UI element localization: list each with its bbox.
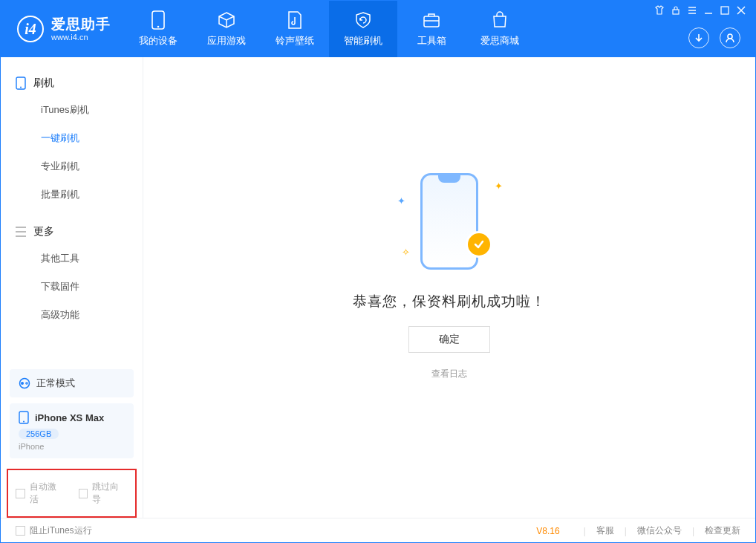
shopping-bag-icon [490,10,509,30]
checkbox-icon [16,489,25,498]
footer-link-wechat[interactable]: 微信公众号 [637,524,682,537]
shirt-icon[interactable] [654,5,665,16]
nav-label: 爱思商城 [480,34,519,48]
nav-my-device[interactable]: 我的设备 [124,1,192,57]
nav-label: 应用游戏 [207,34,246,48]
menu-icon[interactable] [687,5,697,16]
phone-icon [16,77,26,90]
music-file-icon [285,10,304,30]
sparkle-icon: ✧ [402,247,410,258]
refresh-shield-icon [353,10,373,30]
sidebar-item-pro-flash[interactable]: 专业刷机 [1,152,143,181]
menu-lines-icon [16,227,26,237]
sparkle-icon: ✦ [495,181,503,192]
nav-label: 铃声壁纸 [276,34,314,48]
check-badge-icon [466,231,492,258]
sparkle-icon: ✦ [397,195,405,207]
nav-ringtones[interactable]: 铃声壁纸 [261,1,329,57]
checkbox-label: 自动激活 [30,481,65,506]
device-storage: 256GB [19,429,59,439]
phone-illustration-icon [420,173,478,270]
highlighted-options: 自动激活 跳过向导 [7,469,137,518]
app-name: 爱思助手 [51,16,111,33]
version-label: V8.16 [536,526,559,536]
briefcase-icon [422,10,441,30]
window-controls [654,5,746,16]
sidebar-item-other-tools[interactable]: 其他工具 [1,244,143,273]
svg-point-1 [157,26,160,28]
device-type: iPhone [19,442,125,451]
sidebar-item-download-firmware[interactable]: 下载固件 [1,273,143,301]
footer-link-support[interactable]: 客服 [596,524,614,537]
svg-point-9 [21,382,24,385]
sidebar-item-itunes-flash[interactable]: iTunes刷机 [1,96,143,124]
nav-toolbox[interactable]: 工具箱 [397,1,466,57]
close-icon[interactable] [736,5,746,16]
logo: i4 爱思助手 www.i4.cn [1,1,124,57]
success-illustration: ✦ ✦ ✧ [375,166,524,277]
phone-icon [19,411,29,424]
footer-link-update[interactable]: 检查更新 [705,524,740,537]
nav-label: 我的设备 [139,34,177,48]
sidebar-item-advanced[interactable]: 高级功能 [1,301,143,329]
success-message: 恭喜您，保资料刷机成功啦！ [353,292,546,311]
nav-label: 工具箱 [417,34,446,48]
checkbox-icon [79,489,88,498]
checkbox-skip-guide[interactable]: 跳过向导 [79,481,128,506]
status-bar: 阻止iTunes运行 V8.16 | 客服 | 微信公众号 | 检查更新 [1,518,755,543]
cube-icon [217,10,236,30]
view-log-link[interactable]: 查看日志 [431,368,467,380]
svg-rect-3 [673,10,679,14]
device-mode-card[interactable]: 正常模式 [10,369,134,397]
checkbox-icon [16,526,25,536]
sidebar: 刷机 iTunes刷机 一键刷机 专业刷机 批量刷机 更多 其他工具 下载固件 … [1,57,143,518]
mode-icon [19,377,30,389]
nav-smart-flash[interactable]: 智能刷机 [329,1,397,57]
checkbox-auto-activate[interactable]: 自动激活 [16,481,65,506]
checkbox-block-itunes[interactable]: 阻止iTunes运行 [16,524,92,537]
nav-label: 智能刷机 [344,34,382,48]
checkbox-label: 跳过向导 [92,481,128,506]
app-domain: www.i4.cn [51,33,111,42]
svg-point-10 [26,383,27,384]
ok-button[interactable]: 确定 [408,326,490,353]
svg-rect-4 [721,7,729,14]
lock-icon[interactable] [671,5,681,16]
device-info-card[interactable]: iPhone XS Max 256GB iPhone [10,403,134,458]
top-nav: 我的设备 应用游戏 铃声壁纸 智能刷机 工具箱 爱思商城 [124,1,534,57]
user-button[interactable] [720,27,740,48]
nav-apps-games[interactable]: 应用游戏 [192,1,261,57]
mode-label: 正常模式 [36,377,75,390]
main-content: ✦ ✦ ✧ 恭喜您，保资料刷机成功啦！ 确定 查看日志 [143,57,755,518]
checkbox-label: 阻止iTunes运行 [30,524,92,537]
svg-point-7 [20,87,22,88]
device-name: iPhone XS Max [35,412,104,423]
logo-icon: i4 [17,16,44,42]
sidebar-item-batch-flash[interactable]: 批量刷机 [1,181,143,209]
download-button[interactable] [688,27,709,48]
header-actions [688,27,740,48]
minimize-icon[interactable] [703,5,714,16]
nav-store[interactable]: 爱思商城 [466,1,534,57]
svg-point-5 [728,34,732,39]
section-title: 更多 [33,225,54,238]
sidebar-section-flash: 刷机 [1,71,143,96]
app-header: i4 爱思助手 www.i4.cn 我的设备 应用游戏 铃声壁纸 智能刷机 工具… [1,1,755,57]
svg-rect-2 [424,16,439,27]
maximize-icon[interactable] [720,5,730,16]
sidebar-item-oneclick-flash[interactable]: 一键刷机 [1,124,143,152]
device-icon [149,10,168,30]
section-title: 刷机 [33,77,54,90]
svg-point-12 [23,421,25,423]
sidebar-section-more: 更多 [1,219,143,244]
